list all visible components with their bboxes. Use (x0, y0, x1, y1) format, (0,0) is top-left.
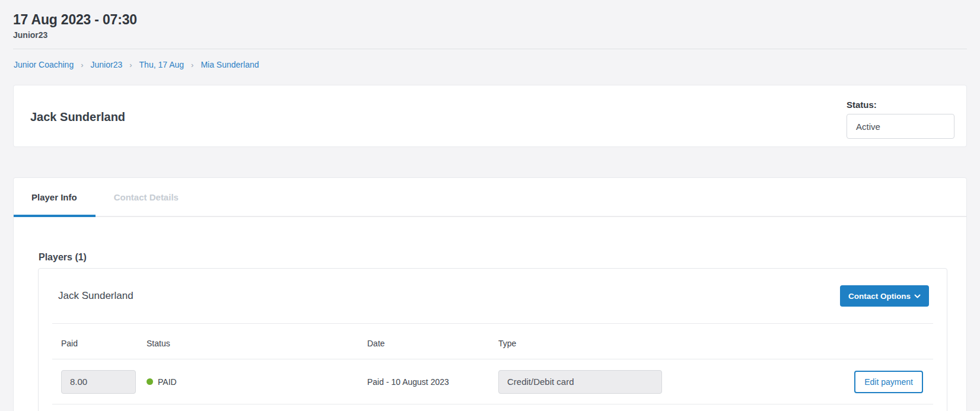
breadcrumb-separator-icon: › (81, 60, 83, 69)
status-block: Status: Active (847, 100, 954, 139)
player-card: Jack Sunderland Contact Options Paid Sta… (38, 268, 947, 411)
payments-table-header: Paid Status Date Type (39, 324, 947, 359)
page-title: 17 Aug 2023 - 07:30 (13, 12, 137, 28)
divider (52, 404, 933, 404)
page-subtitle: Junior23 (13, 30, 47, 40)
active-tab-underline (14, 215, 96, 217)
column-header-date: Date (367, 339, 498, 348)
edit-payment-button[interactable]: Edit payment (854, 371, 923, 393)
player-detail-card: Player Info Contact Details Players (1) … (13, 177, 967, 411)
contact-options-button[interactable]: Contact Options (840, 285, 929, 307)
payment-status-badge: PAID (147, 377, 367, 387)
paid-status-text: PAID (158, 377, 177, 387)
payment-row: PAID Paid - 10 August 2023 Edit payment (39, 359, 947, 404)
tab-bar: Player Info Contact Details (14, 178, 966, 217)
tab-player-info[interactable]: Player Info (31, 192, 77, 202)
status-label: Status: (847, 100, 954, 110)
payment-date-text: Paid - 10 August 2023 (367, 377, 449, 387)
column-header-paid: Paid (61, 339, 147, 348)
chevron-down-icon (914, 294, 921, 299)
breadcrumb-link-junior23[interactable]: Junior23 (91, 60, 123, 69)
player-summary-card: Jack Sunderland Status: Active (13, 85, 967, 147)
contact-options-label: Contact Options (848, 292, 911, 301)
tab-contact-details[interactable]: Contact Details (114, 192, 179, 202)
breadcrumb-link-mia-sunderland[interactable]: Mia Sunderland (201, 60, 259, 69)
paid-amount-input (61, 370, 136, 394)
payment-type-input (498, 370, 662, 394)
status-select[interactable]: Active (847, 114, 954, 139)
column-header-type: Type (498, 339, 666, 348)
players-count-heading: Players (1) (39, 252, 966, 263)
header-divider (13, 49, 967, 49)
player-name: Jack Sunderland (58, 290, 133, 302)
breadcrumb: Junior Coaching › Junior23 › Thu, 17 Aug… (14, 58, 259, 72)
breadcrumb-separator-icon: › (191, 60, 193, 69)
breadcrumb-link-date[interactable]: Thu, 17 Aug (139, 60, 184, 69)
player-card-header: Jack Sunderland Contact Options (39, 269, 947, 323)
column-header-status: Status (147, 339, 367, 348)
breadcrumb-separator-icon: › (129, 60, 132, 69)
paid-status-dot-icon (147, 378, 153, 385)
player-summary-name: Jack Sunderland (30, 85, 125, 146)
breadcrumb-link-junior-coaching[interactable]: Junior Coaching (14, 60, 74, 69)
